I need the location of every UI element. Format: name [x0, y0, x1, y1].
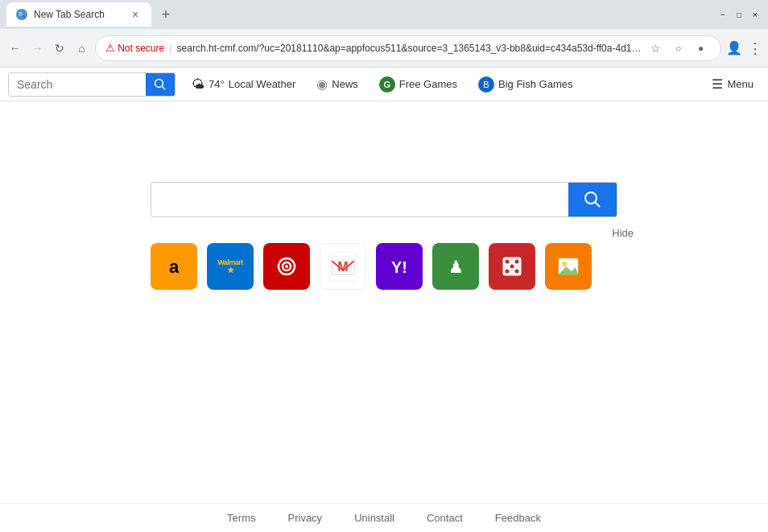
feedback-link[interactable]: Feedback — [495, 512, 541, 524]
svg-line-3 — [596, 203, 601, 208]
news-icon: ◉ — [316, 76, 328, 92]
big-fish-label: Big Fish Games — [498, 78, 572, 90]
svg-text:M: M — [337, 260, 348, 274]
url-separator: | — [169, 42, 171, 54]
shortcut-target[interactable] — [263, 243, 310, 290]
shortcut-gmail[interactable]: M — [320, 243, 366, 290]
big-fish-link[interactable]: B Big Fish Games — [470, 73, 580, 96]
hamburger-icon: ☰ — [712, 76, 723, 92]
free-games-link[interactable]: G Free Games — [371, 73, 465, 96]
svg-point-23 — [506, 260, 510, 264]
shortcut-dice[interactable] — [489, 243, 535, 290]
weather-icon: 🌤 — [192, 77, 204, 92]
toolbar-search-button[interactable] — [146, 73, 175, 96]
new-tab-button[interactable]: + — [155, 3, 177, 26]
forward-button[interactable]: → — [29, 37, 47, 60]
tab-title: New Tab Search — [34, 9, 105, 20]
dice-icon — [498, 252, 526, 281]
tab-favicon: 🔍 — [16, 9, 27, 20]
svg-point-12 — [285, 265, 288, 268]
svg-point-30 — [562, 262, 567, 266]
browser-menu-icon[interactable]: ● — [692, 39, 711, 58]
svg-point-24 — [515, 260, 519, 264]
privacy-link[interactable]: Privacy — [288, 512, 323, 524]
chrome-menu-button[interactable]: ⋮ — [747, 39, 762, 58]
profile-button[interactable]: 👤 — [726, 39, 742, 58]
weather-temp: 74° — [209, 78, 225, 90]
toolbar-nav: 🌤 74° Local Weather ◉ News G Free Games … — [0, 68, 768, 101]
menu-label: Menu — [727, 78, 754, 90]
big-fish-icon: B — [478, 76, 494, 93]
svg-point-2 — [585, 192, 597, 204]
shortcuts-row: Hide a Walmart ★ — [151, 243, 617, 290]
news-label: News — [332, 78, 358, 90]
shortcut-yahoo[interactable]: Y! — [376, 243, 423, 290]
svg-text:a: a — [169, 257, 180, 277]
menu-button[interactable]: ☰ Menu — [705, 73, 760, 95]
weather-label: Local Weather — [229, 78, 296, 90]
amazon-icon: a — [159, 252, 188, 281]
hide-link[interactable]: Hide — [612, 227, 634, 239]
bookmark-button[interactable]: ☆ — [646, 39, 666, 58]
not-secure-indicator: ⚠ Not secure — [105, 42, 164, 54]
weather-link[interactable]: 🌤 74° Local Weather — [184, 74, 303, 95]
maximize-button[interactable]: □ — [733, 8, 745, 21]
center-search-box[interactable] — [151, 182, 617, 217]
terms-link[interactable]: Terms — [227, 512, 255, 524]
chess-icon: ♟ — [441, 252, 470, 281]
free-games-label: Free Games — [399, 78, 457, 90]
uninstall-link[interactable]: Uninstall — [354, 512, 394, 524]
svg-point-27 — [515, 270, 519, 274]
svg-text:Y!: Y! — [391, 258, 407, 276]
svg-point-0 — [155, 79, 163, 87]
footer: Terms Privacy Uninstall Contact Feedback — [0, 503, 768, 532]
browser-tab[interactable]: 🔍 New Tab Search × — [6, 2, 151, 27]
search-icon — [154, 78, 167, 91]
free-games-icon: G — [379, 76, 395, 93]
url-text: search.ht-cmf.com/?uc=20181110&ap=appfoc… — [177, 43, 642, 54]
svg-point-25 — [510, 265, 514, 269]
home-button[interactable]: ⌂ — [73, 37, 91, 60]
center-search-icon — [584, 191, 601, 208]
url-bar[interactable]: ⚠ Not secure | search.ht-cmf.com/?uc=201… — [95, 35, 721, 61]
image-icon — [554, 252, 583, 281]
toolbar-search-input[interactable] — [9, 73, 146, 96]
shortcut-chess[interactable]: ♟ — [432, 243, 479, 290]
nav-links: 🌤 74° Local Weather ◉ News G Free Games … — [184, 73, 705, 96]
center-search-button[interactable] — [568, 183, 617, 217]
tab-close-button[interactable]: × — [129, 8, 142, 21]
window-controls: − □ × — [716, 8, 762, 21]
svg-line-1 — [163, 86, 166, 89]
title-bar: 🔍 New Tab Search × + − □ × — [0, 0, 768, 29]
contact-link[interactable]: Contact — [427, 512, 463, 524]
toolbar-search-box[interactable] — [8, 72, 175, 97]
shortcut-walmart[interactable]: Walmart ★ — [207, 243, 254, 290]
url-actions: ☆ ○ ● — [646, 39, 711, 58]
extensions-button[interactable]: ○ — [669, 39, 688, 58]
shortcut-amazon[interactable]: a — [151, 243, 197, 290]
svg-point-26 — [506, 270, 510, 274]
yahoo-icon: Y! — [385, 252, 414, 281]
back-button[interactable]: ← — [6, 37, 24, 60]
svg-text:♟: ♟ — [448, 258, 463, 276]
shortcut-image[interactable] — [545, 243, 592, 290]
target-icon — [272, 252, 301, 281]
main-content: Hide a Walmart ★ — [0, 101, 768, 503]
walmart-icon: Walmart ★ — [216, 252, 245, 281]
close-window-button[interactable]: × — [749, 8, 762, 21]
news-link[interactable]: ◉ News — [308, 73, 366, 95]
warning-icon: ⚠ — [105, 42, 115, 54]
not-secure-label: Not secure — [118, 43, 164, 54]
address-bar: ← → ↻ ⌂ ⚠ Not secure | search.ht-cmf.com… — [0, 29, 768, 68]
reload-button[interactable]: ↻ — [51, 37, 68, 60]
minimize-button[interactable]: − — [716, 8, 729, 21]
gmail-icon: M — [328, 252, 357, 281]
center-search-input[interactable] — [151, 183, 568, 217]
